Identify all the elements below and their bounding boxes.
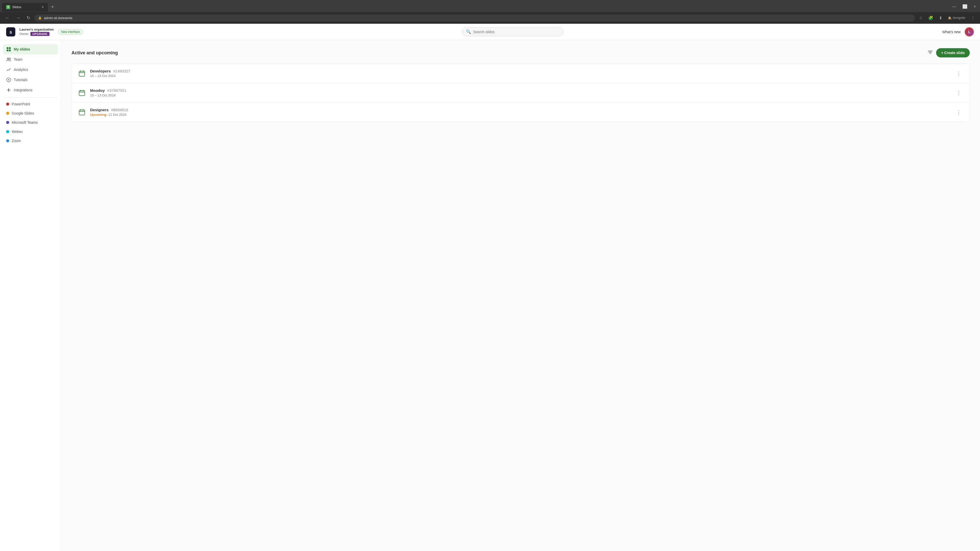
tab-close-icon[interactable]: ×: [41, 5, 44, 10]
address-bar[interactable]: 🔒 admin.sli.do/events: [35, 14, 915, 21]
bookmark-button[interactable]: ☆: [917, 14, 924, 21]
svg-rect-5: [9, 49, 11, 51]
search-bar[interactable]: 🔍: [462, 27, 564, 37]
forward-button[interactable]: →: [14, 14, 22, 22]
events-list: Developers #1480327 10 – 13 Oct 2024 ⋮: [72, 64, 970, 122]
sidebar: My slidos Team: [0, 40, 61, 551]
sidebar-item-label: Tutorials: [14, 78, 27, 82]
whats-new-button[interactable]: What's new: [942, 30, 961, 34]
upgrade-button[interactable]: UPGRADE: [30, 32, 49, 36]
integrations-icon: [6, 87, 11, 93]
sidebar-item-microsoft-teams[interactable]: Microsoft Teams: [3, 118, 58, 127]
event-item[interactable]: Moodoy #37867021 10 – 13 Oct 2024 ⋮: [72, 83, 969, 103]
integration-label: Zoom: [12, 139, 21, 143]
section-title: Active and upcoming: [72, 50, 118, 56]
integration-label: PowerPoint: [12, 102, 30, 106]
integration-label: Microsoft Teams: [12, 121, 38, 124]
event-name: Developers: [90, 69, 111, 73]
app-logo[interactable]: s: [6, 27, 15, 37]
sidebar-bottom: ?: [0, 549, 61, 551]
create-slido-button[interactable]: + Create slido: [936, 48, 970, 57]
event-id: #1480327: [113, 69, 130, 73]
sidebar-item-analytics[interactable]: Analytics: [3, 65, 58, 75]
sidebar-item-label: My slidos: [14, 47, 30, 51]
event-info: Designers #8664816 Upcoming: 11 Oct 2024: [90, 108, 950, 117]
extensions-button[interactable]: 🧩: [926, 14, 935, 21]
app-body: My slidos Team: [0, 40, 980, 551]
refresh-button[interactable]: ↻: [24, 14, 32, 22]
integration-label: Webex: [12, 130, 23, 134]
upcoming-label: Upcoming:: [90, 113, 107, 117]
event-name: Moodoy: [90, 88, 105, 93]
event-name: Designers: [90, 108, 109, 112]
analytics-icon: [6, 67, 11, 72]
download-button[interactable]: ⬇: [937, 14, 944, 21]
app-header: s Lauren's organization Owner UPGRADE Ne…: [0, 24, 980, 40]
sidebar-item-label: Team: [14, 57, 22, 62]
back-button[interactable]: ←: [3, 14, 12, 22]
search-icon: 🔍: [466, 29, 471, 34]
integration-label: Google Slides: [12, 111, 34, 115]
svg-text:s: s: [10, 30, 12, 35]
search-input[interactable]: [473, 30, 559, 34]
google-slides-icon: [6, 112, 9, 115]
section-header: Active and upcoming + Create slido: [72, 48, 970, 57]
event-id: #8664816: [111, 108, 128, 112]
section-actions: + Create slido: [928, 48, 970, 57]
calendar-icon: [78, 89, 86, 97]
svg-rect-13: [79, 71, 85, 76]
sidebar-item-label: Analytics: [14, 68, 28, 72]
svg-rect-4: [6, 49, 8, 51]
webex-icon: [6, 130, 9, 133]
event-item[interactable]: Designers #8664816 Upcoming: 11 Oct 2024…: [72, 103, 969, 122]
new-interface-button[interactable]: New interface: [58, 29, 83, 35]
sidebar-item-powerpoint[interactable]: PowerPoint: [3, 100, 58, 109]
tab-favicon: S: [6, 5, 10, 9]
user-avatar[interactable]: L: [965, 27, 974, 37]
event-menu-button[interactable]: ⋮: [954, 69, 963, 78]
more-button[interactable]: ⋮: [969, 14, 977, 21]
team-icon: [6, 57, 11, 62]
filter-button[interactable]: [928, 49, 933, 56]
new-tab-button[interactable]: +: [48, 2, 57, 12]
slido-logo-icon: s: [6, 27, 15, 37]
sidebar-item-team[interactable]: Team: [3, 54, 58, 65]
svg-point-7: [9, 58, 11, 59]
event-date: Upcoming: 11 Oct 2024: [90, 113, 950, 117]
event-id: #37867021: [107, 88, 126, 93]
svg-point-6: [7, 58, 9, 59]
svg-rect-2: [6, 47, 8, 49]
event-item[interactable]: Developers #1480327 10 – 13 Oct 2024 ⋮: [72, 64, 969, 83]
event-date: 10 – 13 Oct 2024: [90, 74, 950, 78]
close-window-button[interactable]: ×: [972, 3, 978, 10]
sidebar-item-label: Integrations: [14, 88, 32, 92]
svg-rect-17: [79, 91, 85, 96]
event-menu-button[interactable]: ⋮: [954, 89, 963, 97]
event-date: 10 – 13 Oct 2024: [90, 94, 950, 97]
minimize-button[interactable]: —: [950, 3, 958, 10]
sidebar-item-webex[interactable]: Webex: [3, 127, 58, 136]
powerpoint-icon: [6, 103, 9, 106]
sidebar-item-integrations[interactable]: Integrations: [3, 85, 58, 95]
tutorials-icon: [6, 77, 11, 83]
sidebar-item-tutorials[interactable]: Tutorials: [3, 75, 58, 85]
event-menu-button[interactable]: ⋮: [954, 108, 963, 116]
org-role: Owner: [19, 32, 28, 36]
svg-point-9: [8, 89, 10, 91]
maximize-button[interactable]: ⬜: [960, 3, 969, 10]
incognito-badge: 🕵 Incognito: [946, 15, 967, 21]
address-text: admin.sli.do/events: [44, 16, 912, 20]
calendar-icon: [78, 108, 86, 116]
sidebar-item-google-slides[interactable]: Google Slides: [3, 109, 58, 118]
svg-rect-21: [79, 110, 85, 115]
microsoft-teams-icon: [6, 121, 9, 124]
sidebar-item-zoom[interactable]: Zoom: [3, 136, 58, 145]
sidebar-item-my-slidos[interactable]: My slidos: [3, 44, 58, 54]
svg-rect-3: [9, 47, 11, 49]
main-content: Active and upcoming + Create slido: [61, 40, 980, 551]
active-browser-tab[interactable]: S Slidos ×: [2, 3, 48, 11]
calendar-icon: [78, 69, 86, 78]
tab-title: Slidos: [12, 5, 21, 9]
org-name: Lauren's organization: [19, 27, 54, 32]
event-date-value: 11 Oct 2024: [108, 113, 127, 117]
